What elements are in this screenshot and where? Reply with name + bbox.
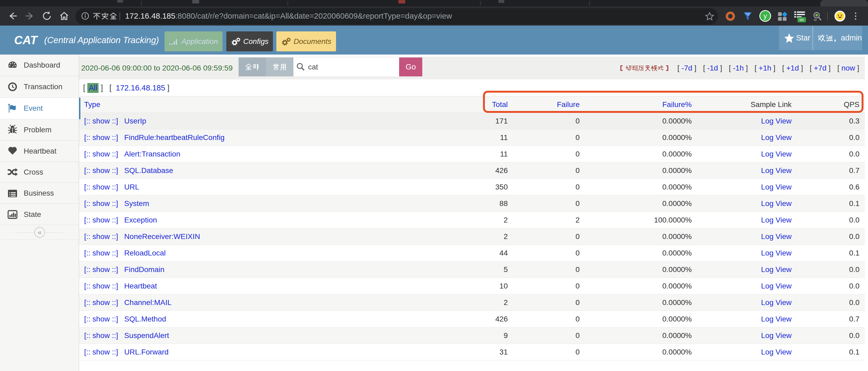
svg-text:on: on bbox=[800, 17, 804, 22]
